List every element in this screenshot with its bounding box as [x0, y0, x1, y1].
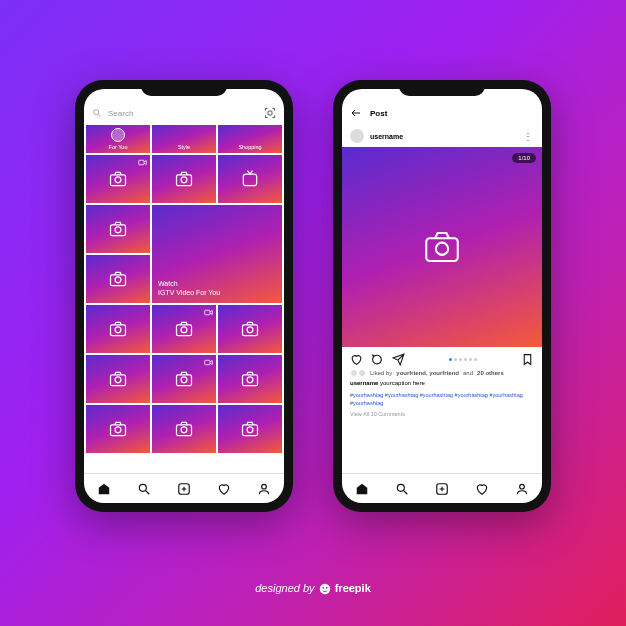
add-post-icon[interactable]: [435, 482, 449, 496]
liked-by[interactable]: Liked by yourfriend, yourfriend and 20 o…: [342, 369, 542, 377]
svg-point-48: [322, 587, 324, 589]
bookmark-icon[interactable]: [521, 353, 534, 366]
svg-point-33: [139, 484, 146, 491]
liker-avatar: [358, 369, 366, 377]
svg-line-1: [98, 114, 100, 116]
post-user-row: username ⋮: [342, 125, 542, 147]
liker-avatar: [350, 369, 358, 377]
post-username[interactable]: username: [370, 133, 403, 140]
svg-rect-2: [268, 111, 272, 115]
post-hashtags[interactable]: #yourhashtag #yourhashtag #yourhashtag #…: [342, 386, 542, 407]
svg-line-42: [404, 490, 408, 494]
grid-cell-igtv[interactable]: [218, 155, 282, 203]
tab-for-you[interactable]: For You: [86, 125, 150, 153]
heart-icon[interactable]: [217, 482, 231, 496]
video-badge-icon: [204, 308, 213, 317]
scan-icon[interactable]: [264, 107, 276, 119]
svg-point-21: [115, 377, 121, 383]
svg-point-0: [94, 110, 99, 115]
camera-icon: [174, 369, 194, 389]
post-image[interactable]: 1/10: [342, 147, 542, 347]
camera-icon: [174, 319, 194, 339]
svg-point-47: [319, 584, 330, 595]
heart-icon[interactable]: [475, 482, 489, 496]
svg-point-49: [326, 587, 328, 589]
video-badge-icon: [138, 158, 147, 167]
igtv-icon: [240, 169, 260, 189]
camera-icon: [174, 419, 194, 439]
profile-icon[interactable]: [257, 482, 271, 496]
notch: [399, 80, 485, 96]
post-title: Post: [370, 109, 534, 118]
svg-point-38: [262, 484, 267, 489]
explore-screen: Search For You Style Shopping: [84, 89, 284, 503]
home-icon[interactable]: [355, 482, 369, 496]
grid-cell[interactable]: [86, 405, 150, 453]
like-icon[interactable]: [350, 353, 363, 366]
camera-icon: [108, 419, 128, 439]
grid-cell[interactable]: [86, 155, 150, 203]
svg-point-40: [436, 243, 448, 255]
home-icon[interactable]: [97, 482, 111, 496]
view-comments[interactable]: View All 10 Comments: [342, 407, 542, 421]
search-input[interactable]: Search: [92, 108, 258, 118]
avatar[interactable]: [350, 129, 364, 143]
camera-icon: [108, 169, 128, 189]
post-caption: username yourcaption here: [342, 377, 542, 386]
notch: [141, 80, 227, 96]
camera-icon: [240, 319, 260, 339]
svg-point-12: [115, 277, 121, 283]
back-icon[interactable]: [350, 107, 362, 119]
grid-cell[interactable]: [218, 355, 282, 403]
igtv-caption-line1: Watch: [158, 280, 178, 288]
svg-point-19: [247, 327, 253, 333]
profile-icon[interactable]: [515, 482, 529, 496]
igtv-caption-line2: IGTV Video For You: [158, 289, 220, 297]
phone-post: Post username ⋮ 1/10: [333, 80, 551, 512]
explore-grid: Watch IGTV Video For You: [84, 153, 284, 473]
camera-icon: [108, 219, 128, 239]
add-post-icon[interactable]: [177, 482, 191, 496]
grid-cell[interactable]: [152, 355, 216, 403]
carousel-dots: [449, 358, 477, 361]
svg-point-41: [397, 484, 404, 491]
svg-point-4: [115, 177, 121, 183]
grid-cell[interactable]: [152, 155, 216, 203]
search-icon: [92, 108, 102, 118]
more-icon[interactable]: ⋮: [523, 131, 534, 142]
svg-line-34: [146, 490, 150, 494]
grid-cell[interactable]: [86, 305, 150, 353]
grid-cell[interactable]: [218, 405, 282, 453]
svg-point-32: [247, 427, 253, 433]
tab-style[interactable]: Style: [152, 125, 216, 153]
grid-cell[interactable]: [152, 305, 216, 353]
grid-cell[interactable]: [86, 205, 150, 253]
svg-point-7: [181, 177, 187, 183]
share-icon[interactable]: [392, 353, 405, 366]
grid-cell[interactable]: [152, 405, 216, 453]
svg-point-16: [181, 327, 187, 333]
svg-rect-5: [139, 160, 144, 165]
search-placeholder: Search: [108, 109, 133, 118]
camera-icon: [108, 319, 128, 339]
image-counter: 1/10: [512, 153, 536, 163]
tab-shopping[interactable]: Shopping: [218, 125, 282, 153]
phone-explore: Search For You Style Shopping: [75, 80, 293, 512]
bottom-nav: [342, 473, 542, 503]
grid-cell[interactable]: [86, 255, 150, 303]
svg-point-26: [247, 377, 253, 383]
svg-point-10: [115, 227, 121, 233]
grid-cell-wide[interactable]: Watch IGTV Video For You: [152, 205, 282, 303]
svg-point-46: [520, 484, 525, 489]
search-nav-icon[interactable]: [395, 482, 409, 496]
camera-icon: [174, 169, 194, 189]
comment-icon[interactable]: [371, 353, 384, 366]
svg-point-28: [115, 427, 121, 433]
svg-point-14: [115, 327, 121, 333]
grid-cell[interactable]: [218, 305, 282, 353]
video-badge-icon: [204, 358, 213, 367]
svg-rect-8: [243, 174, 256, 186]
grid-cell[interactable]: [86, 355, 150, 403]
tab-avatar: [111, 128, 125, 142]
search-nav-icon[interactable]: [137, 482, 151, 496]
